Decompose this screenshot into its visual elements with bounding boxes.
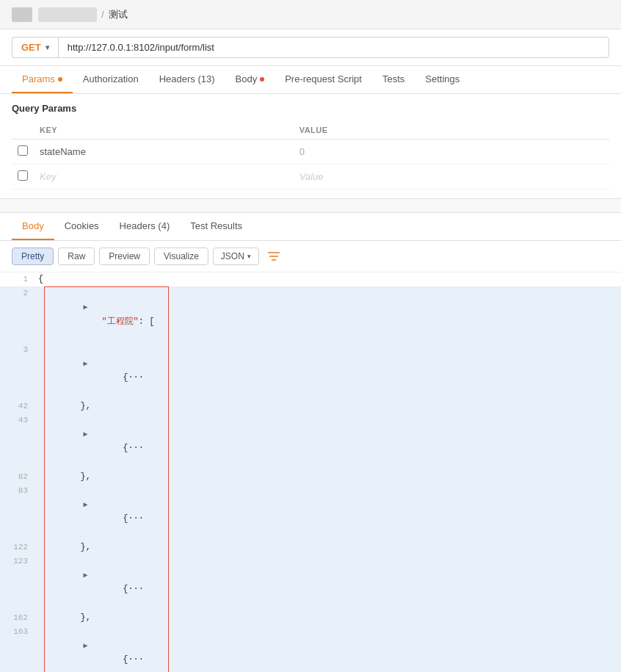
- line-number: 1: [0, 272, 35, 286]
- chevron-down-icon: ▾: [247, 253, 251, 260]
- line-number: 2: [0, 286, 35, 300]
- json-line-83: 83 ▶ {···: [0, 484, 621, 541]
- breadcrumb-separator: /: [101, 9, 104, 20]
- method-label: GET: [21, 42, 41, 53]
- line-content: ▶ {···: [35, 413, 621, 470]
- line-content: },: [35, 541, 621, 554]
- line-content: {: [35, 272, 621, 286]
- line-content: },: [35, 611, 621, 625]
- response-tab-body-label: Body: [22, 220, 44, 231]
- expand-icon[interactable]: ▶: [81, 641, 91, 651]
- param-key-placeholder[interactable]: Key: [34, 165, 294, 189]
- collapse-icon[interactable]: ▶: [81, 303, 91, 313]
- tab-pre-request-label: Pre-request Script: [285, 73, 362, 84]
- pretty-button[interactable]: Pretty: [12, 248, 54, 265]
- line-number: 82: [0, 470, 35, 484]
- line-number: 163: [0, 625, 35, 639]
- tab-settings-label: Settings: [425, 73, 460, 84]
- line-content: },: [35, 470, 621, 484]
- tab-params-label: Params: [22, 73, 55, 84]
- response-tab-headers[interactable]: Headers (4): [109, 213, 181, 240]
- line-content: },: [35, 400, 621, 413]
- top-bar: / 测试: [0, 0, 621, 29]
- table-row: Key Value: [12, 165, 609, 189]
- request-tabs: Params Authorization Headers (13) Body P…: [0, 66, 621, 94]
- expand-icon[interactable]: ▶: [81, 571, 91, 581]
- breadcrumb-url: [38, 7, 97, 22]
- line-content: ▶ {···: [35, 343, 621, 400]
- method-dropdown[interactable]: GET ▾: [12, 37, 58, 58]
- line-content: ▶ {···: [35, 484, 621, 541]
- body-dot: [260, 77, 264, 82]
- line-number: 42: [0, 400, 35, 413]
- tab-authorization[interactable]: Authorization: [73, 66, 149, 93]
- query-params-title: Query Params: [12, 103, 609, 114]
- response-tab-body[interactable]: Body: [12, 213, 54, 240]
- json-line-3: 3 ▶ {···: [0, 343, 621, 400]
- preview-button[interactable]: Preview: [99, 248, 150, 265]
- tab-tests-label: Tests: [382, 73, 404, 84]
- json-line-2: 2 ▶ "工程院": [: [0, 286, 621, 343]
- tab-body-label: Body: [236, 73, 258, 84]
- line-number: 123: [0, 554, 35, 568]
- query-params-section: Query Params KEY VALUE stateName 0 Key V…: [0, 94, 621, 198]
- response-tab-test-results[interactable]: Test Results: [180, 213, 253, 240]
- visualize-button[interactable]: Visualize: [154, 248, 208, 265]
- line-number: 43: [0, 413, 35, 427]
- tab-headers[interactable]: Headers (13): [149, 66, 225, 93]
- filter-icon[interactable]: [264, 247, 284, 266]
- tab-params[interactable]: Params: [12, 66, 73, 93]
- json-format-label: JSON: [221, 251, 244, 261]
- line-number: 83: [0, 484, 35, 498]
- line-number: 3: [0, 343, 35, 357]
- json-format-select[interactable]: JSON ▾: [213, 248, 259, 265]
- json-line-1: 1 {: [0, 272, 621, 286]
- param-value-statename[interactable]: 0: [294, 140, 609, 165]
- line-number: 162: [0, 611, 35, 625]
- tab-body[interactable]: Body: [225, 66, 275, 93]
- tab-headers-label: Headers (13): [159, 73, 215, 84]
- json-line-122: 122 },: [0, 541, 621, 554]
- response-tab-headers-label: Headers (4): [120, 220, 170, 231]
- response-tabs: Body Cookies Headers (4) Test Results: [0, 213, 621, 241]
- param-key-statename[interactable]: stateName: [34, 140, 294, 165]
- tab-pre-request[interactable]: Pre-request Script: [275, 66, 372, 93]
- params-dot: [58, 77, 62, 82]
- response-tab-cookies-label: Cookies: [65, 220, 99, 231]
- section-divider: [0, 198, 621, 213]
- tab-tests[interactable]: Tests: [372, 66, 415, 93]
- line-content: ▶ {···: [35, 625, 621, 672]
- table-row: stateName 0: [12, 140, 609, 165]
- line-number: 122: [0, 541, 35, 554]
- tab-authorization-label: Authorization: [83, 73, 139, 84]
- json-viewer: 1 { 2 ▶ "工程院": [ 3 ▶ {··· 42 },: [0, 272, 621, 672]
- json-line-82: 82 },: [0, 470, 621, 484]
- expand-icon[interactable]: ▶: [81, 359, 91, 369]
- response-tab-test-results-label: Test Results: [190, 220, 242, 231]
- json-line-162: 162 },: [0, 611, 621, 625]
- th-key: KEY: [34, 121, 294, 140]
- response-tab-cookies[interactable]: Cookies: [54, 213, 109, 240]
- th-value: VALUE: [294, 121, 609, 140]
- expand-icon[interactable]: ▶: [81, 430, 91, 440]
- json-line-43: 43 ▶ {···: [0, 413, 621, 470]
- tab-settings[interactable]: Settings: [415, 66, 470, 93]
- chevron-down-icon: ▾: [46, 43, 49, 51]
- json-block-engineering: 2 ▶ "工程院": [ 3 ▶ {··· 42 }, 43 ▶: [0, 286, 621, 672]
- page-title: 测试: [109, 8, 128, 21]
- params-table: KEY VALUE stateName 0 Key Value: [12, 121, 609, 189]
- row-checkbox-2[interactable]: [18, 170, 28, 181]
- url-bar: GET ▾: [0, 29, 621, 66]
- json-line-42: 42 },: [0, 400, 621, 413]
- app-logo: [12, 7, 32, 22]
- row-checkbox[interactable]: [18, 145, 28, 156]
- raw-button[interactable]: Raw: [58, 248, 95, 265]
- format-bar: Pretty Raw Preview Visualize JSON ▾: [0, 241, 621, 272]
- th-checkbox: [12, 121, 34, 140]
- param-value-placeholder[interactable]: Value: [294, 165, 609, 189]
- url-input[interactable]: [58, 37, 609, 58]
- expand-icon[interactable]: ▶: [81, 500, 91, 510]
- line-content: ▶ "工程院": [: [35, 286, 621, 343]
- line-content: ▶ {···: [35, 554, 621, 611]
- json-line-123: 123 ▶ {···: [0, 554, 621, 611]
